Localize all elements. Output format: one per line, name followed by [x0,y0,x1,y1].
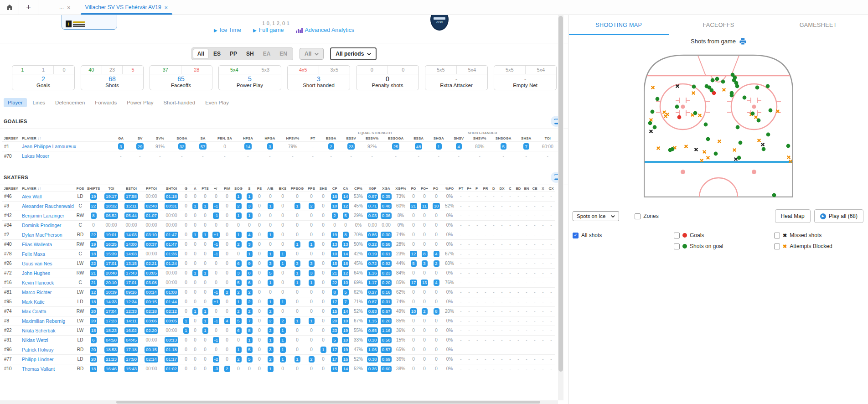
browser-tab-collapsed[interactable]: ... × [52,0,78,15]
column-header-player[interactable]: PLAYER ↓↑ [20,185,75,192]
column-header-ga[interactable]: GA [111,135,130,142]
column-header-dx[interactable]: DX [498,185,506,192]
segment-pp[interactable]: PP [226,49,241,58]
column-header-ab[interactable]: A/B [264,185,276,192]
column-header-toi[interactable]: TOI [101,185,121,192]
shot-marker-sog[interactable] [757,119,761,123]
display-mode-select[interactable]: Spots on ice [573,211,619,221]
column-header-shsv[interactable]: SHSV [449,135,469,142]
column-header-essoga[interactable]: ESSOGA [383,135,408,142]
player-link[interactable]: Dominik Prodinger [22,223,61,228]
player-link[interactable]: Benjamin Lanzinger [22,213,64,218]
shot-marker-sog[interactable] [766,133,770,137]
column-header-ca[interactable]: CA [340,185,351,192]
column-header-xga[interactable]: XGA [379,185,393,192]
home-button[interactable] [0,0,19,15]
new-tab-button[interactable]: + [19,0,38,15]
column-header-toi[interactable]: TOI [536,135,559,142]
full-game-link[interactable]: ▶ Full game [253,27,284,34]
column-header-ppsog[interactable]: PPSOG [289,185,305,192]
player-link[interactable]: Alexander Rauchenwald [22,203,74,209]
column-header-cf[interactable]: CF [329,185,340,192]
player-link[interactable]: Jean-Philippe Lamoureux [22,144,76,149]
column-header-bks[interactable]: BKS [276,185,289,192]
all-shots-checkbox-row[interactable]: All shots [573,232,602,238]
vertical-scrollbar[interactable] [558,15,563,400]
tab-lines[interactable]: Lines [29,98,50,107]
column-header-%fo[interactable]: %FO [442,185,457,192]
player-link[interactable]: Mark Katic [22,299,45,305]
zones-checkbox[interactable] [635,213,641,219]
column-header-ps[interactable]: PS [254,185,264,192]
zones-checkbox-row[interactable]: Zones [635,213,658,219]
strength-dropdown[interactable]: All [300,48,324,60]
sort-icon[interactable]: ↓↑ [36,186,41,191]
legend-checkbox[interactable] [674,233,680,238]
shot-marker-goal[interactable] [677,115,682,119]
column-header-jersey[interactable]: JERSEY [2,135,20,142]
column-header-shsa[interactable]: SHSA [516,135,536,142]
shot-marker-sog[interactable] [786,144,790,148]
player-link[interactable]: Alex Wall [22,194,41,199]
shot-marker-sog[interactable] [693,111,698,115]
browser-tab-game[interactable]: Villacher SV VS Fehérvár AV19 × [78,0,176,15]
player-link[interactable]: John Hughes [22,270,50,276]
column-header-hpsv%[interactable]: HPSV% [281,135,305,142]
segment-en[interactable]: EN [275,49,291,58]
shot-marker-sog[interactable] [735,84,739,88]
column-header-essa[interactable]: ESSA [408,135,429,142]
periods-dropdown[interactable]: All periods [330,47,377,60]
tab-short-handed[interactable]: Short-handed [159,98,199,107]
shot-marker-sog[interactable] [739,141,743,145]
play-all-button[interactable]: ▶ Play all (68) [814,209,863,223]
column-header-hpga[interactable]: HPGA [259,135,281,142]
shot-marker-sog[interactable] [648,121,652,125]
close-icon[interactable]: × [67,4,71,11]
column-header-sv%[interactable]: SV% [150,135,170,142]
shot-marker-sog[interactable] [656,97,660,101]
shot-marker-sog[interactable] [732,78,736,83]
shot-marker-sog[interactable] [769,109,773,113]
tab-power-play[interactable]: Power Play [123,98,157,107]
player-link[interactable]: Patrick Holway [22,347,53,352]
segment-sh[interactable]: SH [242,49,258,58]
column-header-pos[interactable]: POS [75,185,86,192]
column-header-pim[interactable]: PIM [222,185,232,192]
shot-marker-sog[interactable] [671,147,675,151]
segment-ea[interactable]: EA [259,49,275,58]
player-link[interactable]: Dylan MacPherson [22,232,62,238]
legend-row-attempts-blocked[interactable]: ✖Attempts Blocked [774,243,832,249]
column-header-pt[interactable]: PT [305,135,321,142]
column-header-cx[interactable]: CX [547,185,555,192]
column-header-s[interactable]: S [244,185,254,192]
column-header-en[interactable]: EN [522,185,531,192]
advanced-analytics-link[interactable]: Advanced Analytics [296,27,354,34]
column-header-fo-[interactable]: FO- [430,185,442,192]
tab-gamesheet[interactable]: GAMESHEET [768,15,868,35]
player-link[interactable]: Philipp Lindner [22,357,53,362]
player-link[interactable]: Thomas Vallant [22,366,55,372]
column-header-g[interactable]: G [181,185,191,192]
column-header-c[interactable]: C [506,185,514,192]
shot-marker-sog[interactable] [706,137,710,141]
legend-checkbox[interactable] [774,233,780,238]
sort-icon[interactable]: ↓↑ [36,136,41,140]
column-header-soga[interactable]: SOGA [170,135,193,142]
player-link[interactable]: Elias Wallenta [22,242,52,247]
shot-marker-sog[interactable] [651,110,655,114]
column-header-shga[interactable]: SHGA [429,135,449,142]
legend-checkbox[interactable] [774,243,780,249]
shot-marker-sog[interactable] [715,77,719,81]
column-header-pr[interactable]: PR [481,185,490,192]
column-header-ed[interactable]: ED [514,185,522,192]
player-link[interactable]: Nikita Scherbak [22,328,56,333]
player-link[interactable]: Niklas Wetzl [22,337,48,343]
column-header-+-[interactable]: +/- [211,185,222,192]
shot-marker-sog[interactable] [708,86,712,90]
shot-marker-sog[interactable] [675,105,679,109]
print-icon[interactable] [739,38,746,45]
column-header-p-[interactable]: P- [473,185,481,192]
column-header-fo[interactable]: FO [408,185,418,192]
legend-row-missed-shots[interactable]: ✖Missed shots [774,232,822,238]
shot-marker-sog[interactable] [772,193,776,197]
